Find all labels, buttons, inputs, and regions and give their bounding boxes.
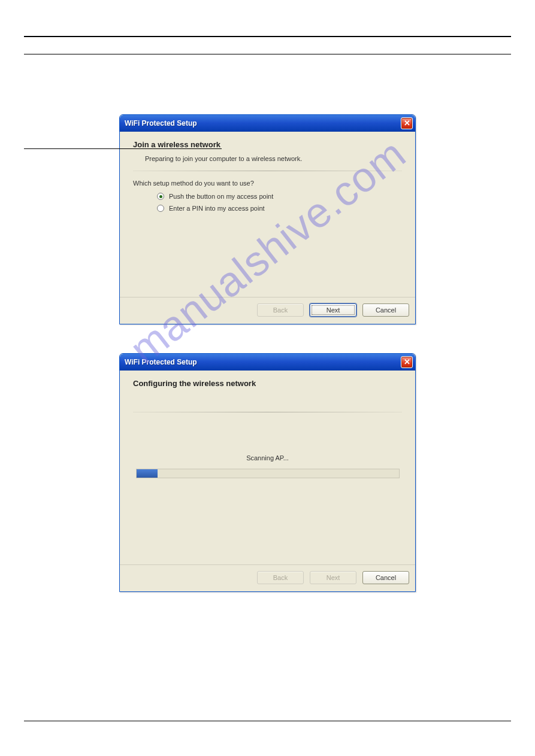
section-underline [24,148,222,149]
back-button: Back [257,571,304,584]
top-rule-1 [24,36,511,37]
dialog-title: WiFi Protected Setup [125,119,401,127]
next-button: Next [310,571,356,584]
radio-icon [157,193,164,200]
dialog-heading: Join a wireless network [133,140,402,149]
radio-pin-label: Enter a PIN into my access point [169,205,265,212]
button-bar: Back Next Cancel [120,564,415,591]
cancel-button[interactable]: Cancel [362,303,409,317]
scan-status: Scanning AP... [133,454,402,462]
radio-icon [157,205,164,212]
dialog-title: WiFi Protected Setup [125,358,401,366]
close-icon[interactable]: ✕ [401,356,413,368]
radio-push-label: Push the button on my access point [169,193,273,200]
dialog-body: Join a wireless network Preparing to joi… [120,132,415,297]
dialog-subheading: Preparing to join your computer to a wir… [145,155,402,162]
progress-fill [137,469,158,478]
titlebar: WiFi Protected Setup ✕ [120,354,415,371]
titlebar: WiFi Protected Setup ✕ [120,115,415,132]
dialog-body: Configuring the wireless network Scannin… [120,371,415,564]
close-icon[interactable]: ✕ [401,117,413,129]
divider [133,412,402,412]
back-button: Back [257,303,304,317]
cancel-button[interactable]: Cancel [362,571,409,584]
next-button[interactable]: Next [310,303,356,317]
divider [133,171,402,171]
setup-method-question: Which setup method do you want to use? [133,180,402,187]
wps-dialog-configuring: WiFi Protected Setup ✕ Configuring the w… [119,353,416,592]
dialog-heading: Configuring the wireless network [133,379,402,388]
radio-pin[interactable]: Enter a PIN into my access point [157,205,402,212]
radio-push-button[interactable]: Push the button on my access point [157,193,402,200]
button-bar: Back Next Cancel [120,297,415,324]
wps-dialog-join: WiFi Protected Setup ✕ Join a wireless n… [119,114,416,324]
progress-bar [136,469,400,478]
bottom-rule [24,721,511,721]
